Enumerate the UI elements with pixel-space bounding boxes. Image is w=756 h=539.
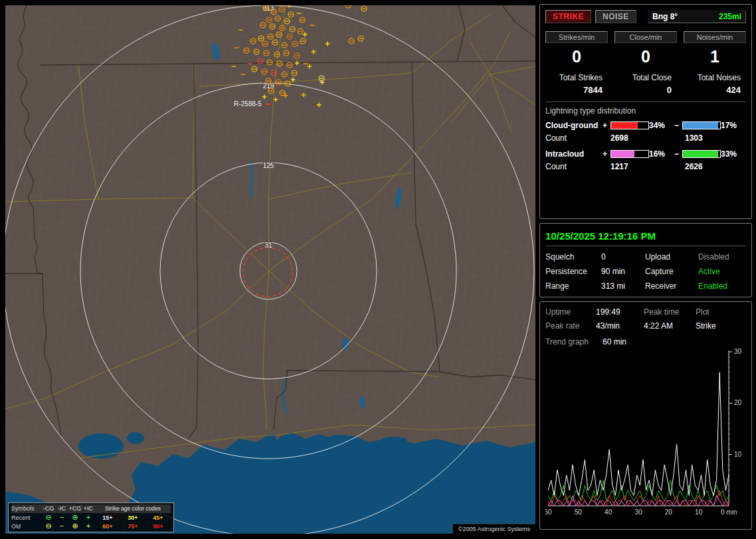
trend-series-strikes — [548, 372, 729, 496]
upload-status: Disabled — [698, 252, 745, 262]
range-ring-label: 125 — [263, 162, 274, 169]
bearing-range: 235mi — [719, 12, 741, 21]
legend-col-pcg: +CG — [68, 504, 82, 513]
age-90: 90+ — [145, 523, 171, 530]
cg-plus-bar — [611, 121, 649, 129]
x-tick-label: 40 — [605, 508, 613, 516]
datetime: 10/25/2025 12:19:16 PM — [545, 230, 746, 242]
receiver-status: Enabled — [698, 281, 745, 291]
uptime-value: 199:49 — [596, 307, 644, 317]
ic-plus-pct: 16% — [649, 149, 674, 159]
age-60: 60+ — [95, 523, 120, 530]
status-panel: 10/25/2025 12:19:16 PM Squelch 0 Upload … — [539, 223, 752, 297]
noises-per-min-value: 1 — [684, 43, 746, 73]
bearing-label: Bng 8° — [652, 12, 678, 21]
age-75: 75+ — [120, 523, 145, 530]
cloud-ground-label: Cloud-ground — [545, 121, 603, 130]
ic-minus-pct: 33% — [721, 149, 743, 159]
minus-icon: − — [55, 514, 68, 521]
map-canvas[interactable]: 31321912531R-2588-5 — [5, 5, 535, 534]
ic-plus-count: 1217 — [611, 162, 685, 171]
trend-graph-value: 60 min — [603, 337, 746, 346]
map-legend: Symbols -CG -IC +CG +IC Strike age color… — [8, 502, 174, 532]
x-tick-label: 50 — [575, 508, 583, 516]
squelch-label: Squelch — [545, 252, 601, 262]
intracloud-counts: Count 1217 2626 — [545, 162, 746, 171]
strike-button[interactable]: STRIKE — [545, 10, 591, 23]
circle-minus-icon: ⊖ — [42, 522, 55, 530]
y-tick-label: 10 — [734, 451, 742, 458]
x-tick-label: 10 — [695, 508, 703, 516]
plus-icon: + — [82, 522, 95, 530]
plot-label: Plot — [696, 307, 742, 317]
age-15: 15+ — [95, 514, 120, 521]
receiver-label: Receiver — [645, 281, 698, 291]
ic-plus-bar — [611, 150, 649, 158]
total-close-label: Total Close — [614, 73, 677, 82]
noise-button[interactable]: NOISE — [595, 10, 636, 23]
legend-col-nic: -IC — [55, 504, 68, 513]
age-30: 30+ — [120, 514, 145, 521]
lightning-map[interactable]: 31321912531R-2588-5 Symbols -CG -IC +CG … — [5, 5, 535, 534]
cg-minus-bar — [682, 121, 721, 129]
strikes-per-min-label[interactable]: Strikes/min — [545, 31, 608, 43]
bearing-display: Bng 8° 235mi — [648, 10, 746, 23]
circle-plus-icon: ⊕ — [68, 522, 82, 530]
minus-sign: − — [674, 149, 682, 159]
count-label: Count — [545, 133, 611, 143]
total-strikes-label: Total Strikes — [545, 73, 608, 82]
plus-sign: + — [603, 149, 611, 159]
minus-sign: − — [674, 121, 682, 130]
close-per-min-label[interactable]: Close/min — [614, 31, 677, 43]
capture-status: Active — [698, 267, 745, 276]
total-noises-value: 424 — [684, 85, 746, 95]
x-tick-label: 60 — [545, 508, 552, 516]
cloud-ground-counts: Count 2698 1303 — [545, 133, 746, 143]
minus-icon: − — [55, 522, 68, 530]
plot-value: Strike — [696, 321, 742, 331]
noises-per-min-label[interactable]: Noises/min — [684, 31, 746, 43]
legend-symbols-title: Symbols — [11, 504, 42, 513]
y-tick-label: 30 — [734, 348, 742, 355]
legend-age-title: Strike age color codes — [95, 504, 171, 513]
close-per-min-value: 0 — [614, 43, 677, 73]
copyright: ©2005 Astrogenic Systems — [452, 524, 535, 534]
x-tick-label: 0 min — [721, 508, 737, 516]
intracloud-row: Intracloud + 16% − 33% — [545, 149, 746, 159]
x-tick-label: 20 — [665, 508, 673, 516]
total-close-value: 0 — [614, 85, 677, 95]
cg-minus-pct: 17% — [721, 121, 743, 130]
ic-minus-bar — [682, 150, 721, 158]
total-strikes-value: 7844 — [545, 85, 608, 95]
squelch-value: 0 — [601, 252, 645, 262]
stats-panel: STRIKE NOISE Bng 8° 235mi Strikes/min Cl… — [539, 4, 752, 219]
x-tick-label: 30 — [634, 508, 642, 516]
peak-rate-value: 43/min — [596, 321, 644, 331]
distribution-title: Lightning type distribution — [545, 106, 746, 116]
peak-rate-label: Peak rate — [545, 321, 596, 331]
circle-plus-icon: ⊕ — [68, 514, 82, 521]
persistence-value: 90 min — [601, 267, 645, 276]
cg-plus-count: 2698 — [611, 133, 685, 143]
peak-time-value: 4:22 AM — [644, 321, 696, 331]
legend-row-old-label: Old — [11, 523, 42, 530]
capture-label: Capture — [645, 267, 698, 276]
trend-chart: 1020306050403020100 min — [545, 348, 746, 518]
plus-sign: + — [603, 121, 611, 130]
legend-col-ncg: -CG — [42, 504, 55, 513]
age-45: 45+ — [145, 514, 171, 521]
ic-minus-count: 2626 — [685, 162, 746, 171]
cg-minus-count: 1303 — [685, 133, 746, 143]
receiver-station-label: R-2588-5 — [234, 100, 262, 108]
cloud-ground-row: Cloud-ground + 34% − 17% — [545, 121, 746, 130]
peak-time-label: Peak time — [644, 307, 696, 317]
persistence-label: Persistence — [545, 267, 601, 276]
total-noises-label: Total Noises — [684, 73, 746, 82]
intracloud-label: Intracloud — [545, 149, 603, 159]
legend-row-recent-label: Recent — [11, 514, 42, 521]
side-panel: STRIKE NOISE Bng 8° 235mi Strikes/min Cl… — [539, 4, 752, 534]
range-label: Range — [545, 281, 601, 291]
upload-label: Upload — [645, 252, 698, 262]
app-window: 31321912531R-2588-5 Symbols -CG -IC +CG … — [0, 0, 756, 539]
circle-minus-icon: ⊖ — [42, 514, 55, 521]
